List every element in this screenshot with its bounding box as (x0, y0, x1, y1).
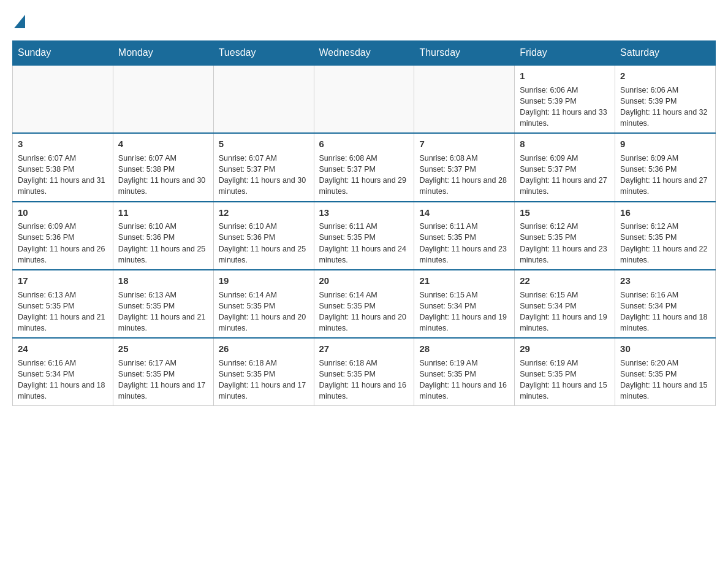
day-cell: 14Sunrise: 6:11 AMSunset: 5:35 PMDayligh… (414, 202, 515, 270)
day-info: Sunrise: 6:13 AMSunset: 5:35 PMDaylight:… (18, 291, 105, 332)
day-info: Sunrise: 6:15 AMSunset: 5:34 PMDaylight:… (520, 291, 607, 332)
day-cell: 6Sunrise: 6:08 AMSunset: 5:37 PMDaylight… (314, 133, 414, 201)
day-number: 8 (520, 137, 610, 151)
day-cell: 13Sunrise: 6:11 AMSunset: 5:35 PMDayligh… (314, 202, 414, 270)
day-cell: 26Sunrise: 6:18 AMSunset: 5:35 PMDayligh… (213, 338, 314, 406)
day-number: 27 (319, 342, 409, 356)
day-cell: 5Sunrise: 6:07 AMSunset: 5:37 PMDaylight… (213, 133, 314, 201)
calendar-table: SundayMondayTuesdayWednesdayThursdayFrid… (12, 40, 716, 406)
day-cell: 3Sunrise: 6:07 AMSunset: 5:38 PMDaylight… (13, 133, 113, 201)
day-info: Sunrise: 6:09 AMSunset: 5:36 PMDaylight:… (620, 154, 707, 196)
day-cell: 7Sunrise: 6:08 AMSunset: 5:37 PMDaylight… (414, 133, 515, 201)
day-info: Sunrise: 6:14 AMSunset: 5:35 PMDaylight:… (219, 291, 306, 332)
day-info: Sunrise: 6:15 AMSunset: 5:34 PMDaylight:… (419, 291, 506, 332)
day-cell: 23Sunrise: 6:16 AMSunset: 5:34 PMDayligh… (615, 270, 716, 338)
page-header (12, 12, 716, 28)
day-cell (13, 65, 113, 133)
day-number: 11 (118, 206, 208, 220)
day-cell: 4Sunrise: 6:07 AMSunset: 5:38 PMDaylight… (113, 133, 213, 201)
day-number: 7 (419, 137, 509, 151)
day-number: 19 (219, 274, 309, 288)
logo-triangle-icon (14, 15, 25, 28)
day-info: Sunrise: 6:18 AMSunset: 5:35 PMDaylight:… (319, 359, 406, 400)
day-number: 5 (219, 137, 309, 151)
day-number: 18 (118, 274, 208, 288)
day-number: 17 (18, 274, 108, 288)
week-row-5: 24Sunrise: 6:16 AMSunset: 5:34 PMDayligh… (13, 338, 716, 406)
day-number: 29 (520, 342, 610, 356)
day-cell (314, 65, 414, 133)
day-number: 21 (419, 274, 509, 288)
day-cell: 12Sunrise: 6:10 AMSunset: 5:36 PMDayligh… (213, 202, 314, 270)
weekday-header-wednesday: Wednesday (314, 41, 414, 66)
day-number: 20 (319, 274, 409, 288)
week-row-3: 10Sunrise: 6:09 AMSunset: 5:36 PMDayligh… (13, 202, 716, 270)
day-info: Sunrise: 6:13 AMSunset: 5:35 PMDaylight:… (118, 291, 205, 332)
day-number: 23 (620, 274, 710, 288)
day-cell (213, 65, 314, 133)
day-number: 13 (319, 206, 409, 220)
day-number: 4 (118, 137, 208, 151)
day-number: 24 (18, 342, 108, 356)
week-row-2: 3Sunrise: 6:07 AMSunset: 5:38 PMDaylight… (13, 133, 716, 201)
day-number: 15 (520, 206, 610, 220)
day-cell: 29Sunrise: 6:19 AMSunset: 5:35 PMDayligh… (515, 338, 615, 406)
week-row-4: 17Sunrise: 6:13 AMSunset: 5:35 PMDayligh… (13, 270, 716, 338)
day-number: 3 (18, 137, 108, 151)
weekday-header-friday: Friday (515, 41, 615, 66)
day-cell: 20Sunrise: 6:14 AMSunset: 5:35 PMDayligh… (314, 270, 414, 338)
day-cell: 15Sunrise: 6:12 AMSunset: 5:35 PMDayligh… (515, 202, 615, 270)
day-info: Sunrise: 6:07 AMSunset: 5:37 PMDaylight:… (219, 154, 306, 196)
day-info: Sunrise: 6:18 AMSunset: 5:35 PMDaylight:… (219, 359, 306, 400)
day-number: 2 (620, 69, 710, 83)
day-cell: 11Sunrise: 6:10 AMSunset: 5:36 PMDayligh… (113, 202, 213, 270)
day-info: Sunrise: 6:16 AMSunset: 5:34 PMDaylight:… (620, 291, 707, 332)
day-cell: 8Sunrise: 6:09 AMSunset: 5:37 PMDaylight… (515, 133, 615, 201)
day-info: Sunrise: 6:12 AMSunset: 5:35 PMDaylight:… (520, 222, 607, 264)
day-cell: 18Sunrise: 6:13 AMSunset: 5:35 PMDayligh… (113, 270, 213, 338)
day-number: 6 (319, 137, 409, 151)
day-info: Sunrise: 6:19 AMSunset: 5:35 PMDaylight:… (419, 359, 506, 400)
day-number: 12 (219, 206, 309, 220)
day-info: Sunrise: 6:12 AMSunset: 5:35 PMDaylight:… (620, 222, 707, 264)
day-cell: 22Sunrise: 6:15 AMSunset: 5:34 PMDayligh… (515, 270, 615, 338)
logo (12, 12, 25, 28)
weekday-header-sunday: Sunday (13, 41, 113, 66)
day-cell: 19Sunrise: 6:14 AMSunset: 5:35 PMDayligh… (213, 270, 314, 338)
day-info: Sunrise: 6:16 AMSunset: 5:34 PMDaylight:… (18, 359, 105, 400)
day-info: Sunrise: 6:20 AMSunset: 5:35 PMDaylight:… (620, 359, 707, 400)
day-number: 1 (520, 69, 610, 83)
day-info: Sunrise: 6:08 AMSunset: 5:37 PMDaylight:… (419, 154, 506, 196)
day-number: 16 (620, 206, 710, 220)
weekday-header-tuesday: Tuesday (213, 41, 314, 66)
day-cell: 25Sunrise: 6:17 AMSunset: 5:35 PMDayligh… (113, 338, 213, 406)
day-info: Sunrise: 6:19 AMSunset: 5:35 PMDaylight:… (520, 359, 607, 400)
day-number: 25 (118, 342, 208, 356)
day-info: Sunrise: 6:11 AMSunset: 5:35 PMDaylight:… (319, 222, 406, 264)
day-info: Sunrise: 6:06 AMSunset: 5:39 PMDaylight:… (620, 86, 707, 128)
day-info: Sunrise: 6:07 AMSunset: 5:38 PMDaylight:… (18, 154, 105, 196)
day-number: 28 (419, 342, 509, 356)
day-info: Sunrise: 6:17 AMSunset: 5:35 PMDaylight:… (118, 359, 205, 400)
day-info: Sunrise: 6:09 AMSunset: 5:37 PMDaylight:… (520, 154, 607, 196)
day-number: 14 (419, 206, 509, 220)
day-cell: 17Sunrise: 6:13 AMSunset: 5:35 PMDayligh… (13, 270, 113, 338)
day-cell (414, 65, 515, 133)
day-number: 30 (620, 342, 710, 356)
day-cell: 30Sunrise: 6:20 AMSunset: 5:35 PMDayligh… (615, 338, 716, 406)
day-cell: 21Sunrise: 6:15 AMSunset: 5:34 PMDayligh… (414, 270, 515, 338)
weekday-header-row: SundayMondayTuesdayWednesdayThursdayFrid… (13, 41, 716, 66)
day-cell: 24Sunrise: 6:16 AMSunset: 5:34 PMDayligh… (13, 338, 113, 406)
week-row-1: 1Sunrise: 6:06 AMSunset: 5:39 PMDaylight… (13, 65, 716, 133)
day-cell: 16Sunrise: 6:12 AMSunset: 5:35 PMDayligh… (615, 202, 716, 270)
day-info: Sunrise: 6:08 AMSunset: 5:37 PMDaylight:… (319, 154, 406, 196)
day-cell (113, 65, 213, 133)
day-info: Sunrise: 6:06 AMSunset: 5:39 PMDaylight:… (520, 86, 607, 128)
weekday-header-thursday: Thursday (414, 41, 515, 66)
day-info: Sunrise: 6:14 AMSunset: 5:35 PMDaylight:… (319, 291, 406, 332)
day-number: 9 (620, 137, 710, 151)
day-info: Sunrise: 6:10 AMSunset: 5:36 PMDaylight:… (219, 222, 306, 264)
day-cell: 10Sunrise: 6:09 AMSunset: 5:36 PMDayligh… (13, 202, 113, 270)
day-info: Sunrise: 6:09 AMSunset: 5:36 PMDaylight:… (18, 222, 105, 264)
day-number: 10 (18, 206, 108, 220)
